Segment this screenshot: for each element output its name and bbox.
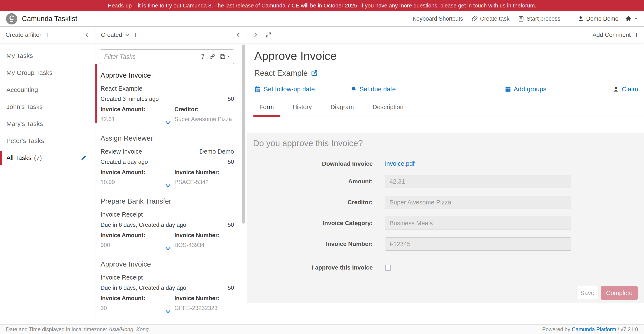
timezone-value: Asia/Hong_Kong bbox=[108, 326, 149, 332]
collapse-sidebar-button[interactable] bbox=[84, 32, 90, 38]
priority-value: 50 bbox=[228, 221, 234, 229]
form-heading: Do you approve this Invoice? bbox=[253, 138, 644, 148]
priority-value: 50 bbox=[228, 158, 234, 166]
task-cards: Approve Invoice React Example Created 3 … bbox=[96, 64, 247, 316]
invoice-number-field[interactable] bbox=[385, 237, 571, 251]
invoice-category-field[interactable] bbox=[385, 217, 571, 230]
add-groups-button[interactable]: Add groups bbox=[505, 85, 546, 93]
expand-variables-icon[interactable] bbox=[164, 246, 172, 251]
tasklist-scrollbar[interactable] bbox=[242, 45, 245, 224]
version-label: / v7.21.0 bbox=[616, 326, 638, 332]
tab-form[interactable]: Form bbox=[254, 103, 280, 117]
header-menu: Keyboard Shortcuts Create task Start pro… bbox=[404, 11, 638, 26]
collapse-detail-button[interactable] bbox=[252, 32, 258, 38]
keyboard-shortcuts-link[interactable]: Keyboard Shortcuts bbox=[412, 15, 463, 22]
process-definition-row: React Example bbox=[254, 68, 644, 78]
expand-variables-icon[interactable] bbox=[164, 183, 172, 188]
caret-down-icon bbox=[634, 17, 638, 21]
save-filter-button[interactable] bbox=[220, 53, 230, 60]
sidebar-item-my-tasks[interactable]: My Tasks bbox=[0, 47, 95, 64]
priority-value: 50 bbox=[228, 284, 234, 292]
copy-link-icon[interactable] bbox=[209, 53, 215, 60]
user-menu[interactable]: Demo Demo bbox=[578, 15, 618, 22]
tab-description[interactable]: Description bbox=[367, 103, 410, 117]
app-header: C Camunda Tasklist Keyboard Shortcuts Cr… bbox=[0, 11, 644, 26]
expand-variables-icon[interactable] bbox=[164, 309, 172, 314]
form-row-creditor: Creditor: bbox=[247, 196, 644, 209]
camunda-logo-icon: C bbox=[6, 13, 17, 24]
complete-button[interactable]: Complete bbox=[601, 286, 638, 300]
assignee: Demo Demo bbox=[199, 148, 234, 155]
filter-tasks-input[interactable] bbox=[104, 53, 197, 60]
form-row-approve: I approve this Invoice bbox=[247, 264, 644, 271]
notification-banner: Heads-up – it is time to try out Camunda… bbox=[0, 0, 644, 11]
external-link-icon[interactable] bbox=[311, 69, 318, 77]
sidebar-item-all-tasks[interactable]: All Tasks (7) bbox=[0, 149, 95, 166]
groups-grid-icon bbox=[505, 86, 511, 92]
create-filter-label[interactable]: Create a filter bbox=[6, 31, 41, 38]
task-card[interactable]: Prepare Bank Transfer Invoice Receipt Du… bbox=[96, 190, 247, 253]
tab-history[interactable]: History bbox=[287, 103, 318, 117]
sidebar-item-peters-tasks[interactable]: Peter's Tasks bbox=[0, 132, 95, 149]
sidebar-item-my-group-tasks[interactable]: My Group Tasks bbox=[0, 64, 95, 81]
sidebar-item-marys-tasks[interactable]: Mary's Tasks bbox=[0, 115, 95, 132]
create-task-button[interactable]: Create task bbox=[472, 15, 510, 22]
bell-icon bbox=[350, 86, 357, 92]
sort-by-label[interactable]: Created bbox=[101, 31, 122, 38]
creditor-field[interactable] bbox=[385, 196, 571, 209]
form-row-invoice-number: Invoice Number: bbox=[247, 237, 644, 251]
form-row-invoice-category: Invoice Category: bbox=[247, 217, 644, 230]
process-list-icon bbox=[518, 15, 524, 22]
calendar-icon bbox=[254, 86, 261, 92]
task-form: Do you approve this Invoice? Download In… bbox=[247, 133, 644, 303]
sidebar-item-johns-tasks[interactable]: John's Tasks bbox=[0, 98, 95, 115]
content: Create a filter + My Tasks My Group Task… bbox=[0, 26, 644, 325]
sidebar-item-accounting[interactable]: Accounting bbox=[0, 81, 95, 98]
home-icon bbox=[625, 15, 632, 22]
task-card[interactable]: Approve Invoice Invoice Receipt Due in 6… bbox=[96, 253, 247, 316]
add-comment-button[interactable]: Add Comment + bbox=[592, 31, 638, 39]
task-actions: Set follow-up date Set due date Add grou… bbox=[247, 85, 644, 95]
set-follow-up-date-button[interactable]: Set follow-up date bbox=[254, 85, 315, 93]
form-buttons: Save Complete bbox=[576, 286, 638, 300]
start-process-button[interactable]: Start process bbox=[518, 15, 560, 22]
forum-link[interactable]: forum bbox=[521, 2, 535, 9]
add-filter-button[interactable]: + bbox=[45, 31, 49, 39]
claim-button[interactable]: Claim bbox=[613, 85, 638, 93]
amount-field[interactable] bbox=[385, 175, 571, 188]
task-card[interactable]: Approve Invoice React Example Created 3 … bbox=[96, 64, 247, 127]
priority-value: 50 bbox=[228, 95, 234, 102]
detail-tabs: Form History Diagram Description bbox=[247, 103, 644, 117]
maximize-icon[interactable] bbox=[265, 32, 272, 38]
header-divider bbox=[569, 11, 569, 26]
save-button[interactable]: Save bbox=[576, 286, 598, 300]
timezone-note: Date and Time displayed in local timezon… bbox=[6, 326, 149, 333]
all-tasks-count: (7) bbox=[34, 154, 42, 161]
filters-sidebar: Create a filter + My Tasks My Group Task… bbox=[0, 26, 96, 325]
camunda-platform-link[interactable]: Camunda Platform bbox=[572, 326, 616, 332]
edit-filter-button[interactable] bbox=[80, 155, 87, 161]
add-sort-button[interactable]: + bbox=[134, 31, 138, 39]
collapse-tasklist-button[interactable] bbox=[235, 32, 241, 38]
filter-tasks-box: 7 bbox=[100, 49, 234, 64]
approve-checkbox[interactable] bbox=[385, 265, 391, 271]
home-menu[interactable] bbox=[625, 15, 638, 22]
app-title: Camunda Tasklist bbox=[22, 15, 77, 23]
filter-list: My Tasks My Group Tasks Accounting John'… bbox=[0, 43, 95, 166]
banner-text-end: . bbox=[535, 2, 536, 9]
expand-variables-icon[interactable] bbox=[164, 120, 172, 125]
task-list-column: Created + 7 Approve Invoice bbox=[96, 26, 247, 325]
set-due-date-button[interactable]: Set due date bbox=[350, 85, 396, 93]
form-row-amount: Amount: bbox=[247, 175, 644, 188]
task-card[interactable]: Assign Reviewer Review InvoiceDemo Demo … bbox=[96, 127, 247, 190]
task-title: Approve Invoice bbox=[254, 49, 644, 62]
invoice-pdf-link[interactable]: invoice.pdf bbox=[385, 160, 415, 167]
paperclip-icon bbox=[472, 15, 478, 22]
task-detail-panel: Add Comment + Approve Invoice React Exam… bbox=[247, 26, 644, 325]
tab-diagram[interactable]: Diagram bbox=[324, 103, 360, 117]
form-row-download: Download Invoice invoice.pdf bbox=[247, 160, 644, 167]
sort-direction-icon[interactable] bbox=[124, 32, 130, 38]
claim-person-icon bbox=[613, 86, 619, 92]
detail-toolbar: Add Comment + bbox=[247, 26, 644, 43]
tasklist-header: Created + bbox=[96, 26, 247, 43]
